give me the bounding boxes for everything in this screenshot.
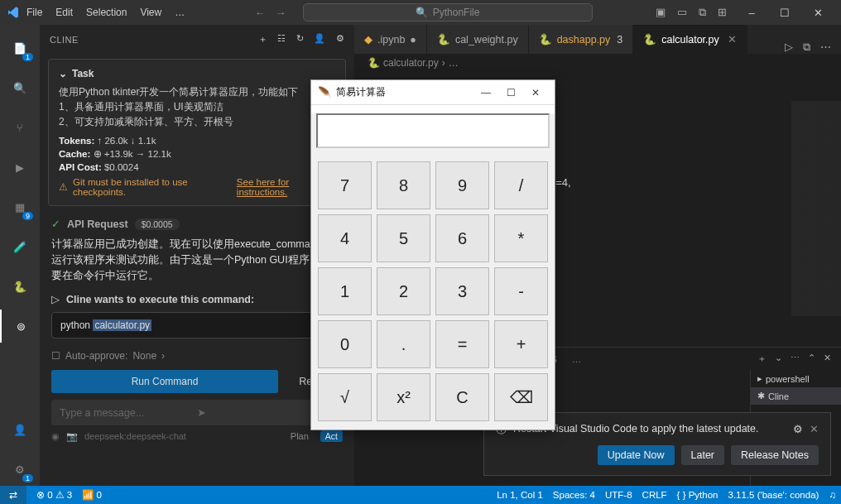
tab-cal-weight[interactable]: 🐍cal_weight.py: [427, 25, 529, 54]
status-language[interactable]: { } Python: [672, 490, 723, 500]
calc-btn-plus[interactable]: +: [494, 320, 548, 368]
menu-file[interactable]: File: [20, 7, 49, 18]
tab-calculator[interactable]: 🐍calculator.py✕: [633, 25, 747, 54]
tab-ipynb[interactable]: ◆.ipynb●: [354, 25, 427, 54]
maximize-panel-icon[interactable]: ⌃: [808, 353, 815, 365]
toggle-icon[interactable]: ☷: [277, 33, 286, 46]
run-file-icon[interactable]: ▷: [785, 41, 793, 54]
status-notifications-icon[interactable]: ♫: [824, 490, 841, 500]
calc-btn-7[interactable]: 7: [318, 161, 372, 209]
run-command-button[interactable]: Run Command: [51, 370, 278, 393]
menu-more[interactable]: …: [168, 7, 191, 18]
calc-display[interactable]: [316, 113, 550, 148]
calc-btn-8[interactable]: 8: [377, 161, 430, 209]
terminal-profile-powershell[interactable]: ▸powershell: [751, 370, 841, 387]
attach-icon[interactable]: 📷: [66, 431, 78, 442]
command-center-search[interactable]: 🔍 PythonFile: [303, 3, 593, 22]
status-indent[interactable]: Spaces: 4: [548, 490, 600, 500]
terminal-dropdown-icon[interactable]: ⌄: [775, 353, 782, 365]
status-eol[interactable]: CRLF: [637, 490, 672, 500]
calc-btn-9[interactable]: 9: [435, 161, 489, 209]
panel-settings-icon[interactable]: ⚙: [336, 33, 345, 46]
calc-btn-5[interactable]: 5: [377, 214, 430, 262]
close-panel-icon[interactable]: ✕: [824, 353, 831, 365]
status-python-env[interactable]: 3.11.5 ('base': conda): [723, 490, 824, 500]
nav-forward-icon[interactable]: →: [276, 7, 286, 19]
activity-run[interactable]: ▶: [0, 151, 40, 184]
layout-toggle-right-icon[interactable]: ⧉: [699, 6, 706, 19]
calc-minimize-button[interactable]: —: [473, 87, 498, 98]
calc-btn-sqrt[interactable]: √: [318, 373, 372, 421]
update-now-button[interactable]: Update Now: [598, 445, 675, 465]
calc-close-button[interactable]: ✕: [523, 87, 548, 98]
tab-dashapp[interactable]: 🐍dashapp.py3: [529, 25, 634, 54]
calc-btn-square[interactable]: x²: [377, 373, 430, 421]
release-notes-button[interactable]: Release Notes: [731, 445, 819, 465]
status-problems[interactable]: ⊗ 0 ⚠ 3: [31, 489, 77, 501]
activity-testing[interactable]: 🧪: [0, 230, 40, 263]
plan-toggle[interactable]: Plan: [286, 430, 314, 442]
checkbox-empty-icon[interactable]: ☐: [51, 350, 60, 362]
calc-btn-multiply[interactable]: *: [494, 214, 548, 262]
panel-tab-more[interactable]: …: [572, 354, 581, 364]
history-icon[interactable]: ↻: [296, 33, 305, 46]
status-cursor[interactable]: Ln 1, Col 1: [492, 490, 548, 500]
task-body: 使用Python tkinter开发一个简易计算器应用，功能如下 1、具备通用计…: [59, 84, 335, 129]
chevron-down-icon[interactable]: ⌄: [59, 68, 67, 79]
calc-btn-equals[interactable]: =: [435, 320, 489, 368]
layout-toggle-left-icon[interactable]: ▣: [656, 6, 666, 19]
activity-explorer[interactable]: 📄1: [0, 31, 40, 65]
activity-search[interactable]: 🔍: [0, 71, 40, 104]
activity-scm[interactable]: ⑂: [0, 111, 40, 144]
model-label[interactable]: deepseek:deepseek-chat: [84, 431, 279, 441]
calc-btn-6[interactable]: 6: [435, 214, 489, 262]
calc-btn-clear[interactable]: C: [435, 373, 489, 421]
menu-view[interactable]: View: [133, 7, 168, 18]
status-encoding[interactable]: UTF-8: [600, 490, 637, 500]
act-toggle[interactable]: Act: [320, 430, 343, 442]
new-terminal-icon[interactable]: ＋: [757, 353, 767, 365]
context-icon[interactable]: ◉: [51, 431, 60, 442]
calc-maximize-button[interactable]: ☐: [498, 87, 523, 98]
customize-layout-icon[interactable]: ⊞: [718, 6, 727, 19]
window-close-button[interactable]: ✕: [801, 1, 834, 24]
calc-btn-dot[interactable]: .: [377, 320, 430, 368]
calc-btn-1[interactable]: 1: [318, 267, 372, 315]
close-toast-button[interactable]: ✕: [810, 423, 819, 435]
calc-btn-backspace[interactable]: ⌫: [494, 373, 548, 421]
account-icon[interactable]: 👤: [314, 33, 326, 46]
calc-btn-4[interactable]: 4: [318, 214, 372, 262]
auto-approve-val: None: [132, 350, 156, 362]
more-actions-icon[interactable]: ⋯: [820, 41, 831, 54]
calc-btn-3[interactable]: 3: [435, 267, 489, 315]
activity-extensions[interactable]: ▦9: [0, 190, 40, 223]
menu-edit[interactable]: Edit: [49, 7, 79, 18]
window-maximize-button[interactable]: ☐: [768, 1, 801, 24]
calc-btn-minus[interactable]: -: [494, 267, 548, 315]
chat-input[interactable]: Type a message...➤: [51, 400, 343, 425]
menu-selection[interactable]: Selection: [79, 7, 133, 18]
chevron-right-icon[interactable]: ›: [161, 350, 165, 362]
later-button[interactable]: Later: [681, 445, 725, 465]
layout-toggle-bottom-icon[interactable]: ▭: [677, 6, 687, 19]
split-editor-icon[interactable]: ⧉: [803, 41, 810, 54]
close-tab-icon[interactable]: ✕: [728, 33, 737, 46]
minimap[interactable]: [791, 101, 841, 316]
activity-python[interactable]: 🐍: [0, 270, 40, 303]
terminal-profile-cline[interactable]: ✱Cline: [751, 387, 841, 405]
activity-cline[interactable]: ⊚: [0, 310, 40, 343]
activity-accounts[interactable]: 👤: [0, 413, 40, 446]
breadcrumb[interactable]: 🐍 calculator.py › …: [354, 54, 841, 72]
more-icon[interactable]: ⋯: [791, 353, 800, 365]
activity-settings[interactable]: ⚙1: [0, 453, 40, 486]
remote-indicator[interactable]: ⇄: [0, 486, 26, 504]
calc-btn-2[interactable]: 2: [377, 267, 430, 315]
new-task-icon[interactable]: ＋: [258, 33, 268, 46]
status-ports[interactable]: 📶 0: [77, 489, 107, 501]
window-minimize-button[interactable]: –: [735, 1, 768, 24]
calc-btn-0[interactable]: 0: [318, 320, 372, 368]
calc-btn-divide[interactable]: /: [494, 161, 548, 209]
nav-back-icon[interactable]: ←: [255, 7, 266, 19]
gear-icon[interactable]: ⚙: [793, 423, 803, 435]
python-icon: 🐍: [368, 57, 380, 69]
